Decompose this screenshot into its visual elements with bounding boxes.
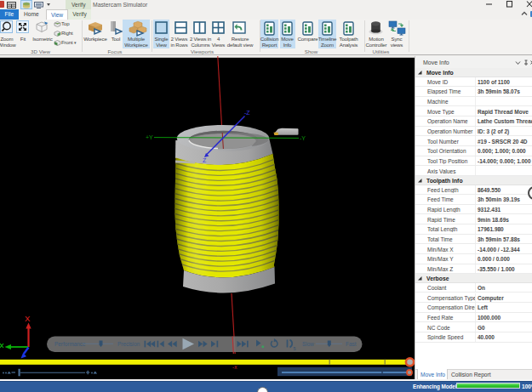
svg-text:Fast: Fast [346, 341, 357, 347]
svg-text:Z: Z [203, 157, 207, 163]
svg-text:-Y: -Y [300, 135, 306, 141]
svg-text:-Z: -Z [244, 110, 250, 116]
svg-text:X: X [25, 314, 31, 323]
svg-text:5: 5 [294, 346, 296, 351]
svg-text:Precision: Precision [117, 341, 140, 347]
svg-text:Performance: Performance [54, 341, 86, 347]
svg-text:Slow: Slow [302, 341, 314, 347]
svg-text:+Y: +Y [146, 134, 153, 140]
